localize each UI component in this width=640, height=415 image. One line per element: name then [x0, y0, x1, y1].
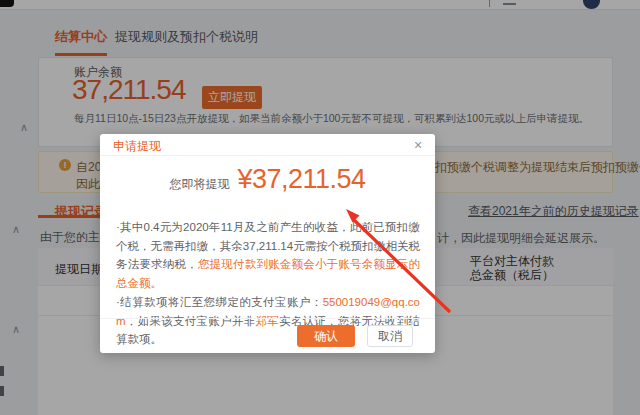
withdraw-amount: ¥37,211.54 [237, 164, 365, 194]
withdraw-lead: 您即将提现¥37,211.54 [100, 164, 435, 195]
lead-label: 您即将提现 [169, 177, 229, 191]
bullet-tax-note: ·其中0.4元为2020年11月及之前产生的收益，此前已预扣缴个税，无需再扣缴，… [116, 218, 420, 292]
withdraw-dialog: 申请提现 × 您即将提现¥37,211.54 ·其中0.4元为2020年11月及… [100, 134, 435, 353]
account-holder-name: 郑军 [255, 315, 279, 327]
dialog-footer-divider [100, 318, 435, 319]
confirm-button[interactable]: 确认 [297, 325, 355, 347]
close-icon[interactable]: × [414, 137, 422, 153]
bullet2-text1: 结算款项将汇至您绑定的支付宝账户： [120, 296, 323, 308]
bullet2-text2: ，如果该支付宝账户并非 [126, 315, 256, 327]
cancel-button[interactable]: 取消 [367, 325, 413, 347]
dialog-title: 申请提现 [113, 138, 161, 155]
